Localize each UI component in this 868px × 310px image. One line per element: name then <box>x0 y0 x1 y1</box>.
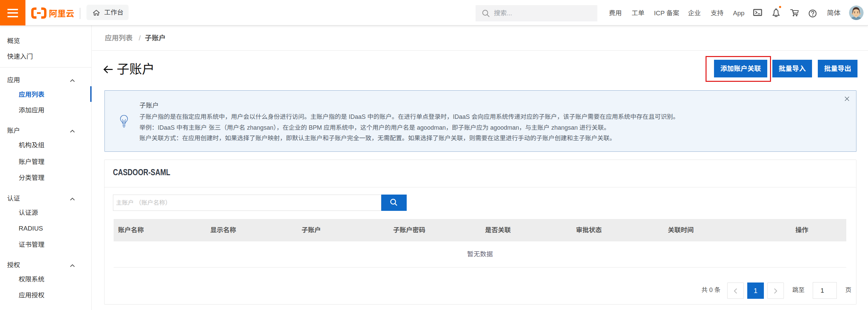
svg-text:阿里云: 阿里云 <box>49 9 74 18</box>
